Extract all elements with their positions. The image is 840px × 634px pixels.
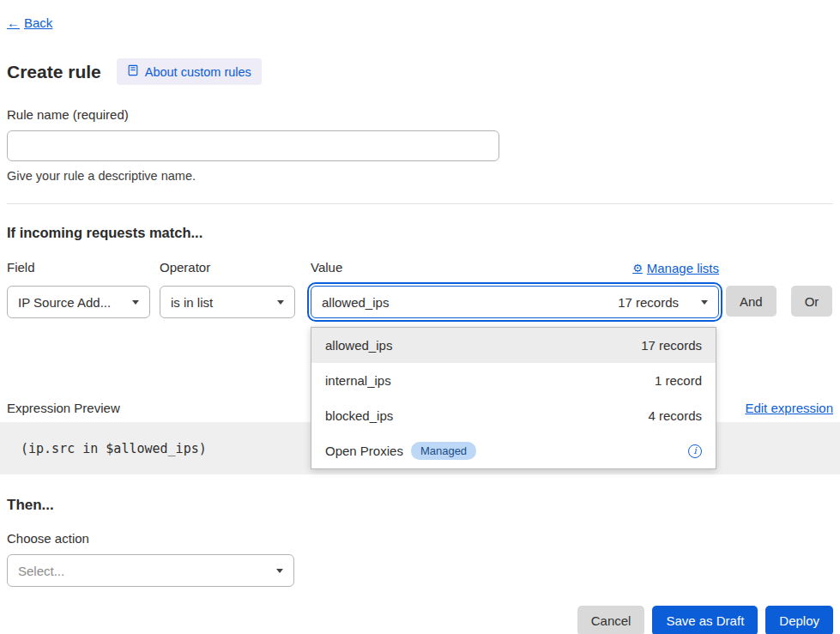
action-select[interactable]: Select... — [7, 554, 294, 587]
list-option-internal-ips[interactable]: internal_ips 1 record — [311, 363, 716, 398]
info-icon[interactable]: i — [688, 444, 702, 458]
list-option-allowed-ips[interactable]: allowed_ips 17 records — [311, 328, 716, 363]
value-header: Value ⚙ Manage lists — [311, 260, 719, 275]
rule-name-label: Rule name (required) — [7, 107, 833, 122]
and-or-buttons: And Or — [726, 260, 832, 317]
and-button[interactable]: And — [726, 286, 777, 317]
value-select-records: 17 records — [618, 295, 679, 310]
gear-icon: ⚙ — [632, 262, 643, 275]
choose-action-label: Choose action — [7, 531, 833, 546]
document-icon — [127, 64, 139, 79]
rule-name-helper-text: Give your rule a descriptive name. — [7, 169, 833, 183]
list-option-meta: 1 record — [655, 373, 702, 388]
expression-code: (ip.src in $allowed_ips) — [21, 441, 207, 456]
operator-select[interactable]: is in list — [160, 286, 295, 318]
list-option-meta: 4 records — [648, 408, 702, 423]
list-option-name: Open Proxies — [325, 444, 403, 458]
rule-name-input[interactable] — [7, 130, 499, 161]
match-section-title: If incoming requests match... — [7, 225, 833, 241]
operator-select-value: is in list — [171, 295, 213, 310]
save-as-draft-button[interactable]: Save as Draft — [652, 606, 758, 634]
field-column: Field IP Source Add... — [7, 260, 150, 318]
value-select-value: allowed_ips — [322, 295, 389, 310]
cancel-button[interactable]: Cancel — [577, 606, 645, 634]
about-custom-rules-link[interactable]: About custom rules — [117, 58, 262, 85]
match-condition-row: Field IP Source Add... Operator is in li… — [7, 260, 833, 318]
field-select[interactable]: IP Source Add... — [7, 286, 150, 318]
back-link-label: Back — [24, 15, 52, 30]
chevron-down-icon — [701, 300, 708, 305]
create-rule-page: ←Back Create rule About custom rules Rul… — [0, 0, 840, 634]
section-divider — [7, 203, 833, 204]
title-row: Create rule About custom rules — [7, 58, 833, 85]
list-option-left: Open Proxies Managed — [325, 442, 476, 460]
chevron-down-icon — [277, 300, 284, 305]
list-option-open-proxies[interactable]: Open Proxies Managed i — [311, 433, 716, 468]
page-title: Create rule — [7, 62, 101, 82]
manage-lists-label: Manage lists — [647, 261, 719, 275]
managed-badge: Managed — [411, 442, 476, 460]
back-arrow-icon: ← — [7, 15, 20, 30]
operator-column: Operator is in list — [160, 260, 295, 318]
expression-preview-label: Expression Preview — [7, 401, 120, 415]
deploy-button[interactable]: Deploy — [765, 606, 833, 634]
or-button[interactable]: Or — [791, 286, 833, 317]
action-select-placeholder: Select... — [18, 564, 64, 578]
then-section-title: Then... — [7, 497, 833, 514]
chevron-down-icon — [132, 300, 139, 305]
footer-buttons: Cancel Save as Draft Deploy — [7, 606, 833, 634]
list-option-name: allowed_ips — [325, 338, 392, 353]
list-option-meta: 17 records — [641, 338, 702, 353]
value-dropdown-menu: allowed_ips 17 records internal_ips 1 re… — [311, 327, 716, 469]
about-custom-rules-label: About custom rules — [145, 65, 251, 79]
back-link[interactable]: ←Back — [7, 15, 52, 30]
value-select[interactable]: allowed_ips 17 records — [311, 286, 719, 318]
field-label: Field — [7, 260, 150, 275]
list-option-blocked-ips[interactable]: blocked_ips 4 records — [311, 398, 716, 433]
value-label: Value — [311, 260, 342, 275]
list-option-name: internal_ips — [325, 373, 391, 388]
value-column: Value ⚙ Manage lists allowed_ips 17 reco… — [311, 260, 719, 318]
value-select-right: 17 records — [618, 295, 708, 310]
manage-lists-link[interactable]: ⚙ Manage lists — [632, 261, 719, 275]
edit-expression-link[interactable]: Edit expression — [745, 401, 833, 415]
field-select-value: IP Source Add... — [18, 295, 111, 310]
list-option-name: blocked_ips — [325, 408, 393, 423]
operator-label: Operator — [160, 260, 295, 275]
chevron-down-icon — [276, 569, 283, 573]
